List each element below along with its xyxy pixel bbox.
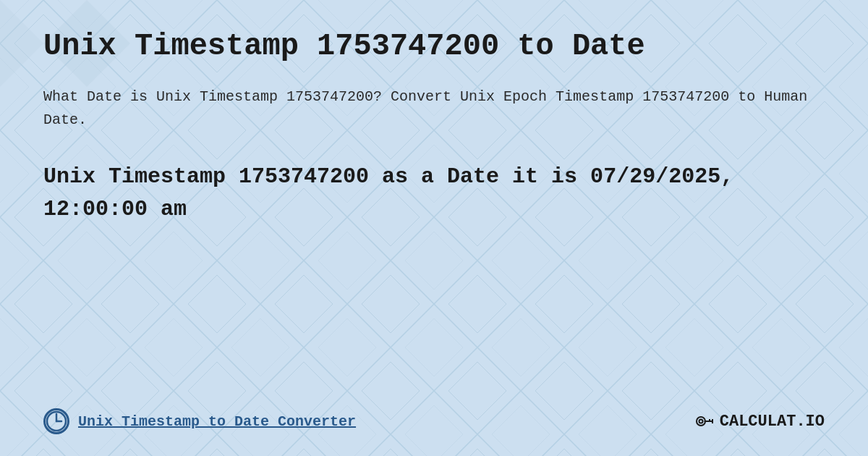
result-section: Unix Timestamp 1753747200 as a Date it i… (43, 161, 825, 226)
svg-point-9 (47, 412, 66, 431)
logo-text: CALCULAT.IO (720, 413, 825, 431)
page-description: What Date is Unix Timestamp 1753747200? … (43, 85, 825, 132)
footer-left[interactable]: Unix Timestamp to Date Converter (43, 408, 356, 434)
calculat-logo: CALCULAT.IO (692, 410, 825, 433)
footer-link-text[interactable]: Unix Timestamp to Date Converter (78, 413, 356, 430)
page-title: Unix Timestamp 1753747200 to Date (43, 29, 825, 64)
svg-point-12 (697, 417, 705, 426)
result-text: Unix Timestamp 1753747200 as a Date it i… (43, 161, 825, 226)
svg-point-13 (699, 420, 702, 423)
logo-icon (692, 410, 715, 433)
footer: Unix Timestamp to Date Converter CALCULA… (43, 408, 825, 434)
clock-icon (43, 408, 69, 434)
